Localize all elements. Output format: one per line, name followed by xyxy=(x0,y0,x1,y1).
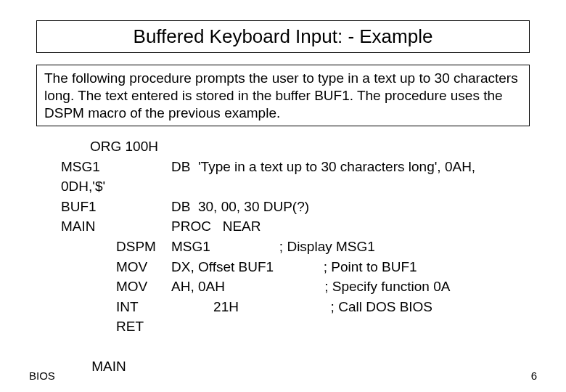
label-msg1: MSG1 xyxy=(61,157,116,177)
footer: BIOS 6 xyxy=(29,369,537,382)
code-line-int: INT 21H ; Call DOS BIOS xyxy=(36,297,530,317)
args-dspm: MSG1 ; Display MSG1 xyxy=(171,237,530,257)
opc-ret: RET xyxy=(116,317,171,337)
slide: Buffered Keyboard Input: - Example The f… xyxy=(0,0,566,392)
code-line-msg1b: 0DH,'$' xyxy=(36,176,530,197)
msg1-cont: 0DH,'$' xyxy=(61,176,105,197)
proc-near: PROC NEAR xyxy=(171,216,530,237)
page-number: 6 xyxy=(531,369,537,382)
description-box: The following procedure prompts the user… xyxy=(36,65,530,126)
opc-int: INT xyxy=(116,297,171,317)
slide-title: Buffered Keyboard Input: - Example xyxy=(44,25,522,48)
code-line-ret: RET xyxy=(36,317,530,337)
code-line-main-proc: MAIN PROC NEAR xyxy=(36,216,530,237)
title-box: Buffered Keyboard Input: - Example xyxy=(36,20,530,53)
code-line-mov1: MOV DX, Offset BUF1 ; Point to BUF1 xyxy=(36,257,530,277)
code-line-main-endp: MAIN ENDP xyxy=(36,337,530,392)
footer-left: BIOS xyxy=(29,369,55,382)
code-line-buf1: BUF1 DB 30, 00, 30 DUP(?) xyxy=(36,197,530,217)
label-main: MAIN xyxy=(61,216,116,237)
label-buf1: BUF1 xyxy=(61,197,116,217)
args-mov2: AH, 0AH ; Specify function 0A xyxy=(171,277,530,297)
description-text: The following procedure prompts the user… xyxy=(44,70,518,121)
code-line-dspm: DSPM MSG1 ; Display MSG1 xyxy=(36,237,530,257)
args-mov1: DX, Offset BUF1 ; Point to BUF1 xyxy=(171,257,530,277)
buf1-def: DB 30, 00, 30 DUP(?) xyxy=(171,197,530,217)
args-int: 21H ; Call DOS BIOS xyxy=(171,297,530,317)
opc-dspm: DSPM xyxy=(116,237,171,257)
code-line-mov2: MOV AH, 0AH ; Specify function 0A xyxy=(36,277,530,297)
opc-mov1: MOV xyxy=(116,257,171,277)
org-directive: ORG 100H xyxy=(90,136,158,157)
code-line-org: ORG 100H xyxy=(36,136,530,157)
code-block: ORG 100H MSG1 DB 'Type in a text up to 3… xyxy=(36,136,530,392)
opc-mov2: MOV xyxy=(116,277,171,297)
msg1-def: DB 'Type in a text up to 30 characters l… xyxy=(171,157,530,177)
code-line-msg1: MSG1 DB 'Type in a text up to 30 charact… xyxy=(36,157,530,177)
